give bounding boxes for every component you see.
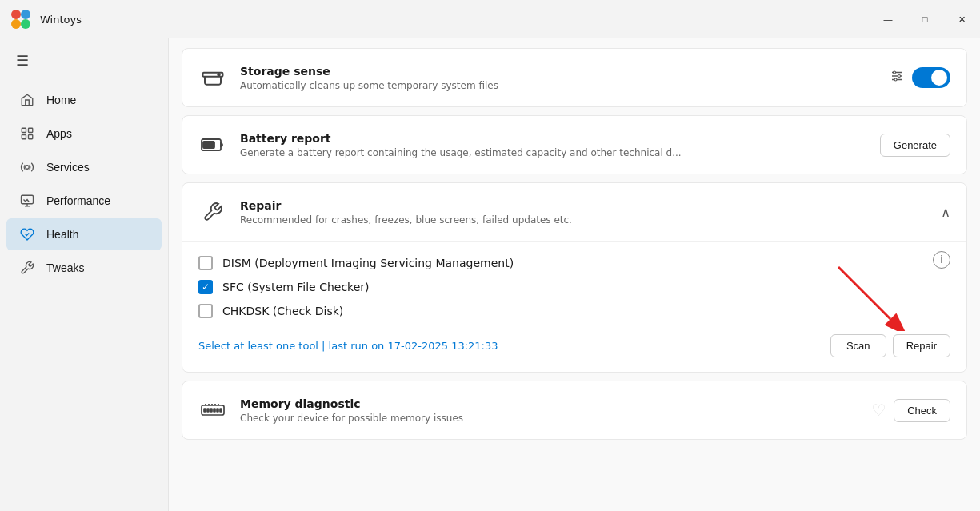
maximize-button[interactable]: □ [906,6,943,32]
sfc-label: SFC (System File Checker) [222,281,370,293]
repair-desc: Recommended for crashes, freezes, blue s… [240,214,928,226]
services-icon [19,159,35,175]
dism-label: DISM (Deployment Imaging Servicing Manag… [222,257,514,269]
svg-rect-19 [203,142,214,148]
repair-info: Repair Recommended for crashes, freezes,… [240,199,928,226]
chevron-up-icon: ∧ [941,205,950,220]
main-content: Storage sense Automatically cleans up so… [168,38,980,511]
memory-diagnostic-title: Memory diagnostic [240,397,858,410]
sidebar-label-home: Home [46,94,76,106]
repair-tools-list: DISM (Deployment Imaging Servicing Manag… [198,251,514,323]
svg-point-3 [21,19,30,29]
svg-point-17 [894,78,897,81]
memory-diagnostic-desc: Check your device for possible memory is… [240,413,858,424]
info-icon[interactable]: i [933,251,950,269]
tweaks-icon [19,260,35,276]
battery-report-info: Battery report Generate a battery report… [240,132,867,158]
minimize-button[interactable]: — [870,6,906,32]
svg-point-16 [898,75,901,78]
svg-rect-24 [207,409,209,412]
memory-diagnostic-icon [198,396,227,425]
svg-rect-27 [217,409,218,412]
battery-report-row: Battery report Generate a battery report… [182,116,966,174]
storage-sense-info: Storage sense Automatically cleans up so… [240,65,877,91]
generate-button[interactable]: Generate [880,134,950,157]
dism-checkbox[interactable] [198,256,213,270]
dism-check-item: DISM (Deployment Imaging Servicing Manag… [198,251,514,275]
sidebar-label-tweaks: Tweaks [46,261,84,274]
sidebar-label-services: Services [46,161,90,174]
footer-last-run: 17-02-2025 13:21:33 [387,340,498,352]
apps-icon [19,126,35,142]
hamburger-icon: ☰ [16,52,29,70]
storage-sense-action [890,67,950,88]
app-title: Wintoys [40,14,82,26]
storage-sense-icon [198,63,227,92]
storage-sense-title: Storage sense [240,65,877,78]
scan-button[interactable]: Scan [830,334,886,357]
svg-point-1 [21,10,30,19]
sidebar-label-apps: Apps [46,127,72,140]
battery-report-action: Generate [880,134,950,157]
svg-rect-5 [29,128,33,132]
performance-icon [19,193,35,209]
chkdsk-check-item: CHKDSK (Check Disk) [198,299,514,323]
home-icon [19,92,35,108]
storage-sense-toggle[interactable] [912,67,950,88]
sidebar-label-health: Health [46,228,78,241]
repair-right-panel: i [933,251,950,269]
titlebar-controls: — □ ✕ [870,6,980,32]
svg-rect-26 [214,409,215,412]
sidebar-item-apps[interactable]: Apps [6,118,162,150]
memory-diagnostic-row: Memory diagnostic Check your device for … [182,381,966,439]
repair-header[interactable]: Repair Recommended for crashes, freezes,… [182,183,966,241]
storage-sense-row: Storage sense Automatically cleans up so… [182,49,966,106]
battery-report-icon [198,130,227,159]
heart-icon[interactable]: ♡ [871,401,886,420]
svg-point-15 [894,71,896,74]
repair-footer: Select at least one tool | last run on 1… [198,334,950,357]
sidebar-item-home[interactable]: Home [6,84,162,116]
svg-rect-25 [210,409,212,412]
svg-rect-4 [22,128,26,132]
titlebar: Wintoys — □ ✕ [0,0,980,38]
hamburger-button[interactable]: ☰ [6,45,38,77]
repair-body: DISM (Deployment Imaging Servicing Manag… [182,241,966,372]
storage-sense-desc: Automatically cleans up some temporary s… [240,80,877,91]
sidebar-item-tweaks[interactable]: Tweaks [6,252,162,284]
memory-diagnostic-action: ♡ Check [871,399,950,422]
check-button[interactable]: Check [894,399,950,422]
sidebar-label-performance: Performance [46,194,110,207]
repair-card: Repair Recommended for crashes, freezes,… [182,182,967,373]
annotation-arrow [822,259,910,331]
settings-icon[interactable] [890,69,904,86]
repair-title: Repair [240,199,928,212]
storage-sense-card: Storage sense Automatically cleans up so… [182,48,967,107]
memory-diagnostic-info: Memory diagnostic Check your device for … [240,397,858,424]
svg-rect-6 [22,135,26,139]
repair-footer-text: Select at least one tool | last run on 1… [198,340,824,352]
svg-point-0 [11,10,21,19]
svg-rect-23 [204,409,206,412]
svg-point-2 [11,19,21,29]
close-button[interactable]: ✕ [943,6,980,32]
app-logo [10,8,32,30]
chkdsk-label: CHKDSK (Check Disk) [222,305,343,317]
repair-icon [198,198,227,226]
svg-rect-28 [220,409,222,412]
sfc-checkbox[interactable] [198,280,213,294]
svg-point-8 [26,166,30,170]
sidebar-item-performance[interactable]: Performance [6,185,162,217]
sidebar-item-services[interactable]: Services [6,151,162,183]
sidebar: ☰ Home Apps [0,38,168,511]
sidebar-item-health[interactable]: Health [6,218,162,250]
svg-rect-7 [29,135,33,139]
battery-report-card: Battery report Generate a battery report… [182,115,967,174]
chkdsk-checkbox[interactable] [198,304,213,318]
health-icon [19,226,35,242]
sfc-check-item: SFC (System File Checker) [198,275,514,299]
repair-button[interactable]: Repair [893,334,950,357]
svg-point-11 [218,74,220,76]
battery-report-desc: Generate a battery report containing the… [240,147,867,158]
main-layout: ☰ Home Apps [0,38,980,511]
